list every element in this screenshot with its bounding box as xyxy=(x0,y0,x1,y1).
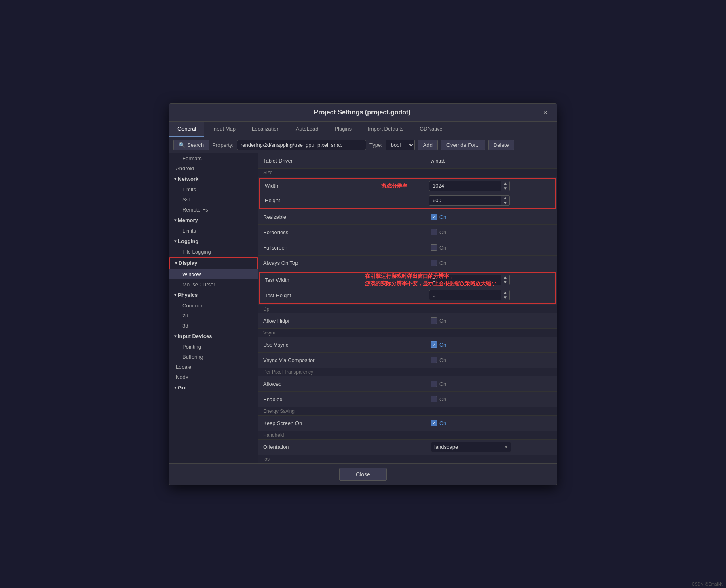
use-vsync-on-label: On xyxy=(439,342,446,348)
allow-hidpi-checkbox-box[interactable] xyxy=(431,317,437,324)
search-button[interactable]: 🔍 Search xyxy=(173,140,209,150)
width-decrement-button[interactable]: ▼ xyxy=(501,186,509,191)
sidebar-item-limits-memory[interactable]: Limits xyxy=(169,226,258,236)
test-height-increment-button[interactable]: ▲ xyxy=(501,290,509,295)
width-spinbox-value: 1024 xyxy=(429,181,501,190)
table-row: Test Height 0 ▲ ▼ xyxy=(260,288,555,303)
sidebar-item-android[interactable]: Android xyxy=(169,163,258,173)
override-for-button[interactable]: Override For... xyxy=(441,140,485,150)
use-vsync-checkbox-box[interactable]: ✓ xyxy=(431,341,437,348)
type-label: Type: xyxy=(369,142,382,148)
enabled-checkbox-box[interactable] xyxy=(431,396,437,402)
sidebar-group-display[interactable]: ▾ Display xyxy=(169,257,258,269)
sidebar-item-window[interactable]: Window xyxy=(169,269,258,279)
close-dialog-button[interactable]: Close xyxy=(339,468,387,481)
resizable-checkbox[interactable]: ✓ On xyxy=(431,214,446,220)
test-height-spinbox-value: 0 xyxy=(429,291,501,300)
width-increment-button[interactable]: ▲ xyxy=(501,181,509,186)
vsync-compositor-checkbox-box[interactable] xyxy=(431,357,437,363)
type-select[interactable]: bool int float String xyxy=(386,140,415,150)
vsync-compositor-on-label: On xyxy=(439,357,446,363)
sidebar-item-common[interactable]: Common xyxy=(169,300,258,311)
tab-gdnative[interactable]: GDNative xyxy=(412,122,450,137)
sidebar-item-mouse-cursor[interactable]: Mouse Cursor xyxy=(169,279,258,290)
resizable-checkbox-box[interactable]: ✓ xyxy=(431,214,437,220)
use-vsync-checkbox[interactable]: ✓ On xyxy=(431,341,446,348)
test-width-decrement-button[interactable]: ▼ xyxy=(501,280,509,285)
sidebar-item-2d[interactable]: 2d xyxy=(169,311,258,321)
allow-hidpi-checkbox[interactable]: On xyxy=(431,317,446,324)
test-height-value: 0 ▲ ▼ xyxy=(429,290,550,300)
sidebar-group-memory[interactable]: ▾ Memory xyxy=(169,215,258,226)
sidebar-item-remote-fs[interactable]: Remote Fs xyxy=(169,205,258,215)
test-width-increment-button[interactable]: ▲ xyxy=(501,275,509,280)
keep-screen-on-value: ✓ On xyxy=(431,420,552,426)
sidebar-group-logging[interactable]: ▾ Logging xyxy=(169,236,258,247)
allowed-label: Allowed xyxy=(263,381,431,387)
sidebar-item-file-logging[interactable]: File Logging xyxy=(169,247,258,257)
tabs-bar: General Input Map Localization AutoLoad … xyxy=(169,122,557,137)
tab-general[interactable]: General xyxy=(169,122,204,137)
add-button[interactable]: Add xyxy=(418,140,438,150)
test-height-label: Test Height xyxy=(265,292,429,298)
allowed-checkbox-box[interactable] xyxy=(431,381,437,387)
allow-hidpi-on-label: On xyxy=(439,318,446,324)
sidebar-item-limits-network[interactable]: Limits xyxy=(169,184,258,195)
borderless-checkbox-box[interactable] xyxy=(431,229,437,235)
enabled-checkbox[interactable]: On xyxy=(431,396,446,402)
search-label: Search xyxy=(187,142,204,148)
fullscreen-checkbox[interactable]: On xyxy=(431,244,446,251)
height-spinbox[interactable]: 600 ▲ ▼ xyxy=(429,195,510,206)
tab-localization[interactable]: Localization xyxy=(244,122,288,137)
borderless-on-label: On xyxy=(439,229,446,235)
test-height-spinbox[interactable]: 0 ▲ ▼ xyxy=(429,290,510,300)
sidebar-item-formats[interactable]: Formats xyxy=(169,153,258,163)
arrow-icon-display: ▾ xyxy=(175,261,177,265)
tab-input-map[interactable]: Input Map xyxy=(204,122,244,137)
titlebar-close-button[interactable]: × xyxy=(540,108,550,117)
allowed-checkbox[interactable]: On xyxy=(431,381,446,387)
height-increment-button[interactable]: ▲ xyxy=(501,196,509,201)
sidebar-group-gui[interactable]: ▾ Gui xyxy=(169,382,258,393)
sidebar-group-input-devices-label: Input Devices xyxy=(178,333,212,339)
fullscreen-checkbox-box[interactable] xyxy=(431,244,437,251)
orientation-select[interactable]: landscape portrait reverse_landscape rev… xyxy=(431,442,511,452)
table-row: Test Width 在引擎运行游戏时弹出窗口的分辨率， 游戏的实际分辨率不变，… xyxy=(260,273,555,288)
sidebar-group-memory-label: Memory xyxy=(178,217,198,223)
vsync-compositor-checkbox[interactable]: On xyxy=(431,357,446,363)
delete-button[interactable]: Delete xyxy=(488,140,514,150)
sidebar-group-physics[interactable]: ▾ Physics xyxy=(169,290,258,300)
sidebar-item-node[interactable]: Node xyxy=(169,372,258,382)
test-height-arrows: ▲ ▼ xyxy=(501,290,509,300)
table-row: Borderless On xyxy=(258,225,557,240)
sidebar-group-network[interactable]: ▾ Network xyxy=(169,173,258,184)
sidebar-group-input-devices[interactable]: ▾ Input Devices xyxy=(169,331,258,342)
enabled-value: On xyxy=(431,396,552,402)
vsync-compositor-label: Vsync Via Compositor xyxy=(263,357,431,363)
test-width-arrows: ▲ ▼ xyxy=(501,275,509,285)
sidebar-item-ssl[interactable]: Ssl xyxy=(169,195,258,205)
tab-import-defaults[interactable]: Import Defaults xyxy=(360,122,412,137)
test-height-decrement-button[interactable]: ▼ xyxy=(501,295,509,300)
property-input[interactable] xyxy=(237,140,366,150)
sidebar-item-3d[interactable]: 3d xyxy=(169,321,258,331)
fullscreen-label: Fullscreen xyxy=(263,245,431,251)
always-on-top-checkbox-box[interactable] xyxy=(431,260,437,266)
sidebar-item-locale[interactable]: Locale xyxy=(169,362,258,372)
sidebar-item-pointing[interactable]: Pointing xyxy=(169,342,258,352)
table-row: Tablet Driver wintab xyxy=(258,153,557,169)
arrow-icon-logging: ▾ xyxy=(174,239,176,243)
always-on-top-checkbox[interactable]: On xyxy=(431,260,446,266)
borderless-checkbox[interactable]: On xyxy=(431,229,446,235)
table-row: Fullscreen On xyxy=(258,240,557,256)
height-spinbox-arrows: ▲ ▼ xyxy=(501,196,509,205)
sidebar-item-buffering[interactable]: Buffering xyxy=(169,352,258,362)
width-spinbox[interactable]: 1024 ▲ ▼ xyxy=(429,181,510,191)
height-decrement-button[interactable]: ▼ xyxy=(501,201,509,205)
keep-screen-on-checkbox-box[interactable]: ✓ xyxy=(431,420,437,426)
tab-plugins[interactable]: Plugins xyxy=(326,122,360,137)
tab-autoload[interactable]: AutoLoad xyxy=(288,122,327,137)
energy-saving-section-header: Energy Saving xyxy=(258,407,557,416)
keep-screen-on-checkbox[interactable]: ✓ On xyxy=(431,420,446,426)
dialog-title: Project Settings (project.godot) xyxy=(184,109,540,116)
